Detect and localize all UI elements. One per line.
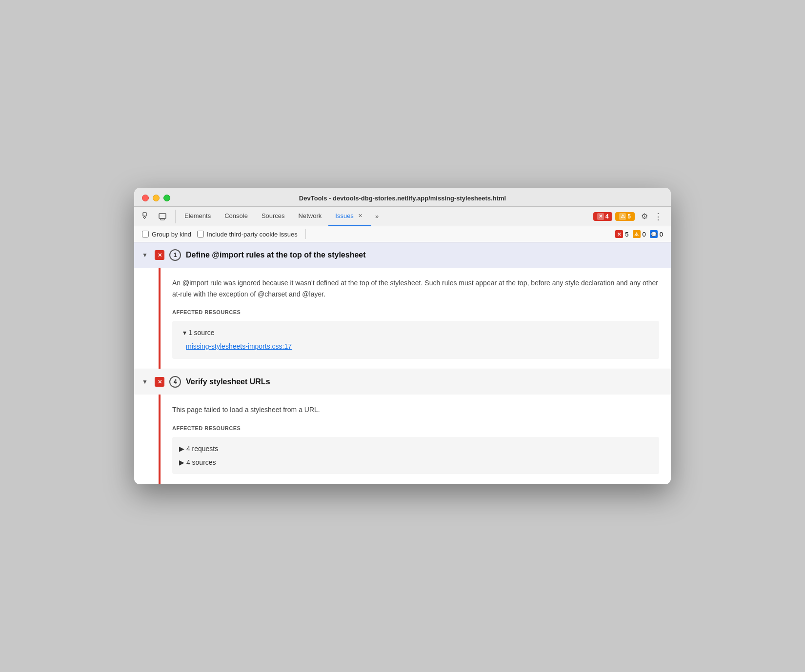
- svg-rect-0: [143, 213, 146, 216]
- error-badge-count: 4: [605, 213, 609, 220]
- tab-network[interactable]: Network: [292, 207, 329, 226]
- tab-console[interactable]: Console: [218, 207, 255, 226]
- issue-1-title: Define @import rules at the top of the s…: [186, 251, 366, 259]
- issue-card-1: ▼ ✕ 1 Define @import rules at the top of…: [134, 242, 671, 369]
- issue-2-resources: ▶ 4 requests ▶ 4 sources: [172, 437, 659, 474]
- issue-1-description: An @import rule was ignored because it w…: [172, 277, 659, 299]
- tab-sources[interactable]: Sources: [255, 207, 292, 226]
- toolbar-badges: ✕ 4 ⚠ 5: [593, 212, 635, 221]
- svg-rect-4: [161, 218, 164, 220]
- issue-1-body: An @import rule was ignored because it w…: [134, 268, 671, 369]
- issue-2-sources-toggle[interactable]: ▶ 4 sources: [179, 455, 652, 469]
- issues-content: ▼ ✕ 1 Define @import rules at the top of…: [134, 242, 671, 484]
- device-toggle-icon[interactable]: [156, 210, 169, 223]
- issue-2-requests-toggle[interactable]: ▶ 4 requests: [179, 442, 652, 455]
- filter-info-icon: 💬: [650, 230, 658, 238]
- filter-badges: ✕ 5 ⚠ 0 💬 0: [615, 230, 663, 238]
- warning-badge-count: 5: [627, 213, 631, 220]
- window-title: DevTools - devtools-dbg-stories.netlify.…: [299, 195, 506, 202]
- settings-icon[interactable]: ⚙: [638, 210, 651, 223]
- close-button[interactable]: [142, 195, 149, 201]
- issue-2-requests-summary: ▶ 4 requests: [179, 445, 218, 453]
- tab-close-icon[interactable]: ✕: [357, 212, 364, 220]
- issue-1-affected-label: AFFECTED RESOURCES: [172, 309, 659, 315]
- issue-2-chevron-icon: ▼: [142, 378, 150, 385]
- group-by-kind-label: Group by kind: [152, 231, 191, 238]
- error-badge[interactable]: ✕ 4: [593, 212, 613, 221]
- filter-divider: [305, 229, 306, 239]
- filter-error-count: 5: [625, 231, 628, 238]
- issue-2-description: This page failed to load a stylesheet fr…: [172, 404, 659, 415]
- group-by-kind-checkbox[interactable]: Group by kind: [142, 231, 191, 238]
- warning-badge-icon: ⚠: [619, 213, 626, 220]
- issue-card-2: ▼ ✕ 4 Verify stylesheet URLs This page f…: [134, 369, 671, 484]
- issue-1-count: 1: [169, 249, 181, 261]
- tab-issues[interactable]: Issues ✕: [328, 207, 371, 226]
- issue-2-sources-summary: ▶ 4 sources: [179, 458, 216, 466]
- filter-warning-count: 0: [643, 231, 646, 238]
- devtools-window: DevTools - devtools-dbg-stories.netlify.…: [134, 188, 671, 484]
- filter-warning-icon: ⚠: [633, 230, 641, 238]
- issue-1-source-summary: ▾ 1 source: [183, 329, 215, 336]
- issue-1-chevron-icon: ▼: [142, 252, 150, 258]
- filter-info-count: 0: [660, 231, 663, 238]
- maximize-button[interactable]: [163, 195, 170, 201]
- error-badge-icon: ✕: [597, 213, 604, 220]
- filter-info-badge[interactable]: 💬 0: [650, 230, 663, 238]
- third-party-label: Include third-party cookie issues: [207, 231, 298, 238]
- toolbar: Elements Console Sources Network Issues …: [134, 207, 671, 226]
- issue-1-resource-link[interactable]: missing-stylesheets-imports.css:17: [179, 340, 652, 352]
- issue-2-affected-label: AFFECTED RESOURCES: [172, 425, 659, 431]
- issue-2-content: This page failed to load a stylesheet fr…: [161, 395, 671, 483]
- filterbar: Group by kind Include third-party cookie…: [134, 226, 671, 242]
- issue-1-flag-icon: ✕: [155, 250, 164, 260]
- third-party-input[interactable]: [197, 231, 204, 237]
- tab-overflow-button[interactable]: »: [371, 207, 382, 226]
- element-picker-icon[interactable]: [140, 210, 154, 223]
- issue-2-flag-icon: ✕: [155, 377, 164, 387]
- issue-1-resource-links: missing-stylesheets-imports.css:17: [179, 340, 652, 352]
- issue-2-title: Verify stylesheet URLs: [186, 377, 270, 386]
- warning-badge[interactable]: ⚠ 5: [615, 212, 635, 221]
- issue-2-body: This page failed to load a stylesheet fr…: [134, 395, 671, 483]
- tab-elements[interactable]: Elements: [178, 207, 218, 226]
- minimize-button[interactable]: [153, 195, 160, 201]
- filter-error-badge[interactable]: ✕ 5: [615, 230, 628, 238]
- toolbar-icons: [140, 210, 176, 223]
- issue-1-resources: ▾ 1 source missing-stylesheets-imports.c…: [172, 321, 659, 359]
- issue-1-source-toggle[interactable]: ▾ 1 source: [179, 326, 652, 339]
- issue-header-2[interactable]: ▼ ✕ 4 Verify stylesheet URLs: [134, 369, 671, 395]
- filter-error-icon: ✕: [615, 230, 623, 238]
- svg-rect-3: [159, 214, 166, 218]
- issue-2-count: 4: [169, 376, 181, 388]
- third-party-checkbox[interactable]: Include third-party cookie issues: [197, 231, 298, 238]
- more-options-icon[interactable]: ⋮: [651, 210, 665, 223]
- issue-header-1[interactable]: ▼ ✕ 1 Define @import rules at the top of…: [134, 242, 671, 268]
- issue-1-content: An @import rule was ignored because it w…: [161, 268, 671, 369]
- traffic-lights: [142, 195, 170, 201]
- filter-warning-badge[interactable]: ⚠ 0: [633, 230, 646, 238]
- titlebar: DevTools - devtools-dbg-stories.netlify.…: [134, 188, 671, 207]
- group-by-kind-input[interactable]: [142, 231, 149, 237]
